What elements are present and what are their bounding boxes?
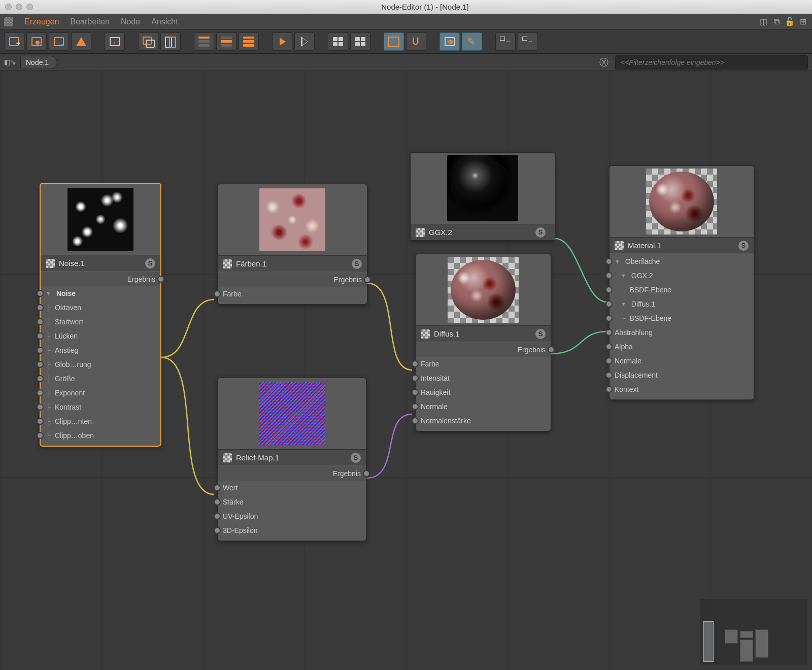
input-row[interactable]: Normalenstärke <box>416 414 551 428</box>
input-port[interactable] <box>605 286 613 293</box>
ungroup-button[interactable] <box>160 32 181 51</box>
node-diffus[interactable]: Diffus.1 S Ergebnis Farbe Intensität Rau… <box>415 254 551 431</box>
tree-row[interactable]: ▼Diffus.1 <box>610 297 754 311</box>
input-row[interactable]: Rauigkeit <box>416 385 551 399</box>
input-row[interactable]: Intensität <box>416 371 551 385</box>
snap-button[interactable] <box>406 32 426 51</box>
input-port[interactable] <box>605 272 613 279</box>
edit-toggle-button[interactable] <box>462 32 482 51</box>
align-grid-2-button[interactable] <box>350 32 370 51</box>
node-noise[interactable]: Noise.1 S Ergebnis ▼ Noise ├ Oktaven ├ S… <box>40 183 161 447</box>
minimize-window-button[interactable] <box>16 4 22 10</box>
input-row[interactable]: Wert <box>218 481 366 495</box>
play-hollow-button[interactable] <box>294 32 315 51</box>
node-header[interactable]: Diffus.1 S <box>416 325 551 342</box>
collapse-all-button[interactable] <box>239 32 259 51</box>
input-port[interactable] <box>37 389 44 396</box>
output-port[interactable] <box>363 470 370 477</box>
new-port-button[interactable] <box>26 32 47 51</box>
collapse-top-button[interactable] <box>194 32 214 51</box>
play-solid-button[interactable] <box>272 32 292 51</box>
node-ggx[interactable]: GGX.2 S <box>410 152 555 241</box>
output-port[interactable] <box>548 346 555 353</box>
tree-row[interactable]: └ BSDF-Ebene <box>610 283 754 297</box>
solo-badge-icon[interactable]: S <box>351 453 361 463</box>
flow-out-button[interactable] <box>495 32 516 51</box>
minimap-viewport[interactable] <box>703 621 714 662</box>
zoom-window-button[interactable] <box>26 4 33 10</box>
frame-button[interactable] <box>384 32 404 51</box>
warning-button[interactable] <box>71 32 91 51</box>
node-header[interactable]: Material.1 S <box>610 237 754 253</box>
node-header[interactable]: Noise.1 S <box>41 255 160 271</box>
expand-icon[interactable]: ⊞ <box>798 17 808 27</box>
input-row[interactable]: Normale <box>610 354 754 368</box>
input-row[interactable]: ├ Größe <box>41 372 160 386</box>
group-port[interactable] <box>37 290 44 297</box>
app-menu-icon[interactable] <box>4 17 13 26</box>
menu-ansicht[interactable]: Ansicht <box>151 17 178 26</box>
node-farben[interactable]: Färben.1 S Ergebnis Farbe <box>217 184 367 305</box>
input-row[interactable]: UV-Epsilon <box>218 509 366 523</box>
tree-row[interactable]: ▼GGX.2 <box>610 269 754 283</box>
menu-erzeugen[interactable]: Erzeugen <box>24 17 59 26</box>
input-port[interactable] <box>605 372 613 379</box>
input-port[interactable] <box>37 304 44 311</box>
input-row[interactable]: ├ Anstieg <box>41 343 160 357</box>
input-row[interactable]: Alpha <box>610 340 754 354</box>
input-row[interactable]: Normale <box>416 399 551 414</box>
node-relief-map[interactable]: Relief-Map.1 S Ergebnis Wert Stärke UV-E… <box>217 378 366 541</box>
input-row[interactable]: Farbe <box>416 357 551 371</box>
node-header[interactable]: Relief-Map.1 S <box>218 449 366 465</box>
input-port[interactable] <box>37 404 44 411</box>
input-port[interactable] <box>214 290 221 297</box>
preview-toggle-button[interactable] <box>439 32 460 51</box>
input-port[interactable] <box>37 318 44 325</box>
close-window-button[interactable] <box>5 4 12 10</box>
input-row[interactable]: ├ Oktaven <box>41 300 160 315</box>
input-port[interactable] <box>37 332 44 340</box>
solo-badge-icon[interactable]: S <box>535 329 546 339</box>
input-port[interactable] <box>214 498 221 506</box>
input-port[interactable] <box>605 343 613 350</box>
input-row[interactable]: Kontext <box>610 382 754 396</box>
output-row[interactable]: Ergebnis <box>218 273 367 287</box>
import-button[interactable] <box>105 32 125 51</box>
input-row[interactable]: 3D-Epsilon <box>218 523 366 538</box>
node-header[interactable]: GGX.2 S <box>411 224 555 240</box>
input-port[interactable] <box>37 361 44 368</box>
group-button[interactable] <box>138 32 158 51</box>
input-port[interactable] <box>37 432 44 439</box>
output-row[interactable]: Ergebnis <box>416 343 551 357</box>
tree-row[interactable]: ▼Oberfläche <box>610 254 754 269</box>
flow-in-button[interactable] <box>518 32 538 51</box>
layout-split-1-icon[interactable]: ◫ <box>758 17 768 27</box>
solo-badge-icon[interactable]: S <box>352 259 362 269</box>
layout-split-2-icon[interactable]: ⧉ <box>771 17 782 27</box>
input-port[interactable] <box>214 484 221 491</box>
group-row[interactable]: ▼ Noise <box>41 286 160 300</box>
export-node-button[interactable] <box>49 32 69 51</box>
collapse-mid-button[interactable] <box>216 32 236 51</box>
input-row[interactable]: ├ Exponent <box>41 386 160 400</box>
home-icon[interactable]: ◧↘ <box>4 57 15 68</box>
output-row[interactable]: Ergebnis <box>41 272 160 286</box>
input-row[interactable]: Stärke <box>218 495 366 509</box>
input-port[interactable] <box>605 315 613 322</box>
input-row[interactable]: Abstrahlung <box>610 325 754 340</box>
tree-row[interactable]: └ BSDF-Ebene <box>610 311 754 325</box>
input-row[interactable]: ├ Kontrast <box>41 400 160 414</box>
input-port[interactable] <box>214 527 221 534</box>
input-port[interactable] <box>605 329 613 336</box>
solo-badge-icon[interactable]: S <box>145 258 155 269</box>
input-port[interactable] <box>605 258 613 265</box>
input-row[interactable]: ├ Lücken <box>41 329 160 343</box>
input-row[interactable]: Displacement <box>610 368 754 382</box>
input-row[interactable]: ├ Clipp…nten <box>41 414 160 428</box>
filter-input[interactable] <box>615 55 808 70</box>
output-row[interactable]: Ergebnis <box>218 466 366 481</box>
node-header[interactable]: Färben.1 S <box>218 255 367 272</box>
input-port[interactable] <box>412 403 419 410</box>
input-port[interactable] <box>412 417 419 424</box>
menu-bearbeiten[interactable]: Bearbeiten <box>71 17 110 26</box>
